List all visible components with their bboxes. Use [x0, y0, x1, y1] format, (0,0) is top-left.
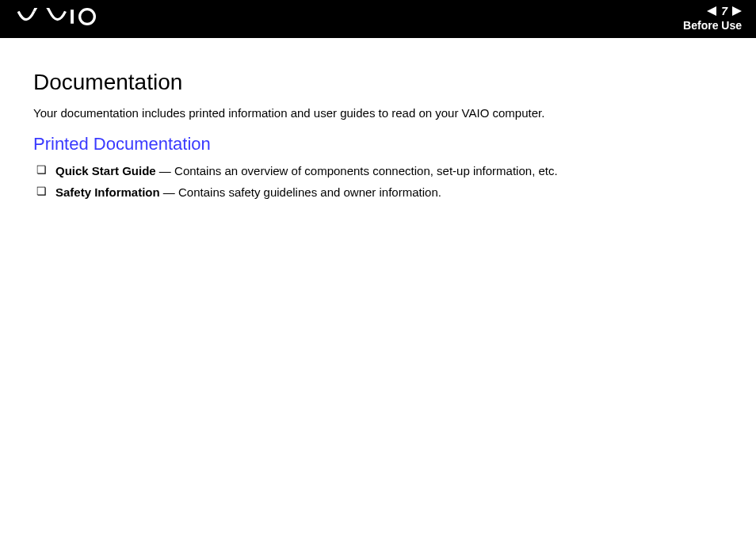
prev-page-arrow-icon[interactable]	[707, 6, 716, 16]
subheading: Printed Documentation	[33, 134, 723, 154]
item-desc: Contains an overview of components conne…	[174, 164, 558, 177]
item-sep: —	[160, 185, 178, 199]
intro-text: Your documentation includes printed info…	[33, 106, 723, 120]
svg-point-1	[80, 10, 95, 25]
item-sep: —	[156, 164, 174, 177]
item-name: Quick Start Guide	[55, 164, 156, 177]
page-content: Documentation Your documentation include…	[0, 38, 756, 237]
vaio-logo	[17, 8, 105, 25]
header-right: 7 Before Use	[683, 5, 742, 32]
page-header: 7 Before Use	[0, 0, 756, 38]
item-name: Safety Information	[55, 185, 160, 199]
item-desc: Contains safety guidelines and owner inf…	[178, 185, 441, 199]
list-item: Quick Start Guide — Contains an overview…	[33, 162, 723, 179]
list-item: Safety Information — Contains safety gui…	[33, 184, 723, 200]
vaio-logo-icon	[17, 8, 105, 25]
pager: 7	[707, 5, 742, 17]
svg-rect-0	[71, 10, 74, 24]
page-title: Documentation	[33, 70, 723, 95]
section-label: Before Use	[683, 19, 742, 32]
bullet-list: Quick Start Guide — Contains an overview…	[33, 162, 723, 200]
page-number: 7	[721, 5, 727, 17]
next-page-arrow-icon[interactable]	[732, 6, 742, 16]
